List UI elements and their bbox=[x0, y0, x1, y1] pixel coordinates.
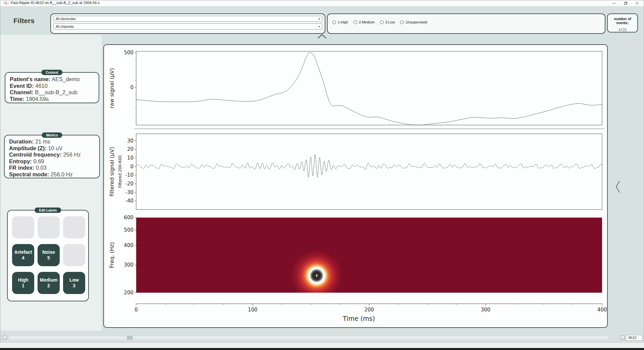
chevron-down-icon bbox=[318, 26, 320, 27]
label-button-noise[interactable]: Noise5 bbox=[38, 244, 60, 266]
y-tick-label: 0 bbox=[130, 84, 133, 91]
filters-dropdown-group: All electrodes All channels bbox=[50, 13, 325, 34]
minimize-button[interactable] bbox=[611, 1, 616, 5]
number-of-events-box: number of events: 4725 bbox=[607, 13, 638, 33]
checkbox-row: 1-High 2-Medium 3-Low Unsupervised bbox=[332, 20, 427, 24]
spectrogram-y-axis: 600500400300200 bbox=[124, 215, 136, 296]
checkbox-circle-icon bbox=[380, 20, 384, 24]
window-title: Fast-Ripple ID-4610 on B__sub-B_2_sub at… bbox=[11, 1, 100, 5]
electrode-dropdown[interactable]: All electrodes bbox=[53, 16, 322, 22]
scroll-left-button[interactable] bbox=[3, 336, 7, 340]
metrics-rows: Duration: 21 ms Amplitude (Z): 10 uV Cen… bbox=[5, 135, 99, 178]
chevron-down-icon bbox=[318, 18, 320, 20]
filtered-y-axis-label: filtered signal (µV) bbox=[109, 147, 115, 196]
y-tick-label: 30 bbox=[127, 138, 133, 144]
filtered-band-label: Filtered 200-600 bbox=[118, 155, 122, 188]
label-button-high[interactable]: High1 bbox=[12, 272, 34, 294]
context-badge: Context bbox=[41, 70, 62, 75]
minimize-icon bbox=[612, 1, 616, 5]
y-tick-label: 0 bbox=[130, 164, 133, 170]
y-tick-label: 400 bbox=[124, 242, 133, 248]
previous-event-chevron[interactable] bbox=[615, 180, 621, 194]
checkbox-circle-icon bbox=[400, 20, 404, 24]
metrics-row: Amplitude (Z): 10 uV bbox=[9, 145, 95, 152]
context-row: Time: 1904.59s bbox=[10, 96, 94, 103]
filtered-signal-trace bbox=[136, 154, 602, 177]
x-axis: 0100200300400 bbox=[135, 304, 607, 313]
number-of-events-value: 4725 bbox=[608, 28, 637, 32]
context-row: Patient's name: AES_demo bbox=[10, 76, 94, 83]
context-rows: Patient's name: AES_demo Event ID: 4610 … bbox=[5, 73, 99, 102]
checkbox-circle-icon bbox=[354, 20, 357, 24]
checkbox-label: 3-Low bbox=[385, 20, 395, 24]
checkbox-1-high[interactable]: 1-High bbox=[332, 20, 348, 24]
collapse-filters-chevron[interactable] bbox=[317, 34, 327, 39]
x-tick-label: 300 bbox=[481, 307, 490, 313]
spectrogram-y-axis-label: Freq. (Hz) bbox=[109, 242, 115, 268]
y-tick-label: 10 bbox=[127, 155, 133, 161]
y-tick-label: 600 bbox=[124, 215, 133, 221]
restore-icon bbox=[624, 1, 628, 5]
y-tick-label: -40 bbox=[125, 198, 134, 204]
window-bottom-strip bbox=[0, 342, 644, 348]
event-id-field[interactable]: 4610 bbox=[626, 335, 643, 341]
label-button-empty bbox=[12, 216, 34, 238]
y-tick-label: 20 bbox=[127, 146, 133, 152]
x-tick-label: 0 bbox=[135, 307, 138, 313]
channel-dropdown[interactable]: All channels bbox=[53, 23, 322, 30]
filters-checkbox-group: 1-High 2-Medium 3-Low Unsupervised bbox=[327, 13, 605, 34]
context-row: Channel: B__sub-B_2_sub bbox=[10, 89, 94, 96]
event-scrollbar-track[interactable] bbox=[9, 336, 608, 340]
event-scrollbar-thumb[interactable] bbox=[127, 336, 133, 340]
metrics-row: Duration: 21 ms bbox=[9, 138, 95, 145]
y-tick-label: -10 bbox=[125, 172, 134, 178]
filtered-plot-axes bbox=[136, 134, 602, 210]
y-tick-label: -30 bbox=[125, 189, 134, 195]
checkbox-3-low[interactable]: 3-Low bbox=[380, 20, 395, 24]
metrics-row: FR index: 0.03 bbox=[9, 165, 95, 171]
close-button[interactable] bbox=[634, 1, 640, 5]
metrics-box: Metrics Duration: 21 ms Amplitude (Z): 1… bbox=[4, 135, 100, 178]
checkbox-2-medium[interactable]: 2-Medium bbox=[354, 20, 375, 24]
raw-plot-axes bbox=[136, 51, 602, 125]
filtered-y-axis: 3020100-10-20-30-40 bbox=[125, 138, 137, 204]
x-tick-label: 400 bbox=[597, 307, 607, 313]
checkbox-label: 2-Medium bbox=[359, 20, 375, 24]
channel-dropdown-value: All channels bbox=[56, 25, 74, 28]
checkbox-unsupervised[interactable]: Unsupervised bbox=[400, 20, 427, 24]
label-button-empty bbox=[63, 244, 85, 266]
scroll-right-button[interactable] bbox=[621, 336, 625, 340]
label-button-empty bbox=[38, 216, 60, 238]
number-of-events-label: number of events: bbox=[608, 17, 637, 25]
metrics-badge: Metrics bbox=[42, 132, 62, 138]
edit-labels-badge: Edit Labels bbox=[35, 208, 61, 213]
raw-y-axis-label: raw signal (µV) bbox=[109, 68, 115, 109]
y-tick-label: 500 bbox=[124, 50, 133, 56]
label-button-medium[interactable]: Medium2 bbox=[38, 272, 60, 294]
metrics-row: Entropy: 0.69 bbox=[9, 158, 95, 165]
label-button-artefact[interactable]: Artefact4 bbox=[12, 244, 34, 266]
label-button-low[interactable]: Low3 bbox=[63, 272, 85, 294]
metrics-row: Spectral mode: 256.0 Hz bbox=[9, 171, 95, 178]
subplot-separator bbox=[134, 128, 604, 129]
checkbox-circle-icon bbox=[332, 20, 336, 24]
checkbox-label: 1-High bbox=[338, 20, 348, 24]
y-tick-label: -20 bbox=[125, 181, 134, 187]
raw-y-axis: 5000 bbox=[124, 50, 136, 122]
restore-button[interactable] bbox=[623, 1, 628, 5]
y-tick-label: 200 bbox=[124, 290, 133, 296]
filters-label: Filters bbox=[13, 17, 35, 25]
electrode-dropdown-value: All electrodes bbox=[56, 17, 76, 21]
plots-canvas: 50003020100-10-20-30-4060050040030020001… bbox=[103, 44, 608, 328]
y-tick-label: 300 bbox=[124, 262, 133, 268]
metrics-row: Centroïd frequency: 256 Hz bbox=[9, 152, 95, 158]
raw-signal-trace bbox=[136, 52, 602, 125]
plots-panel: 50003020100-10-20-30-4060050040030020001… bbox=[103, 44, 608, 328]
x-axis-label: Time (ms) bbox=[343, 315, 375, 322]
checkbox-label: Unsupervised bbox=[406, 20, 427, 24]
label-button-empty bbox=[63, 216, 85, 238]
x-tick-label: 100 bbox=[248, 307, 258, 313]
app-pulse-icon bbox=[3, 1, 9, 5]
title-bar: Fast-Ripple ID-4610 on B__sub-B_2_sub at… bbox=[0, 0, 644, 6]
edit-labels-box: Edit Labels Artefact4 Noise5 High1 Mediu… bbox=[7, 210, 89, 301]
